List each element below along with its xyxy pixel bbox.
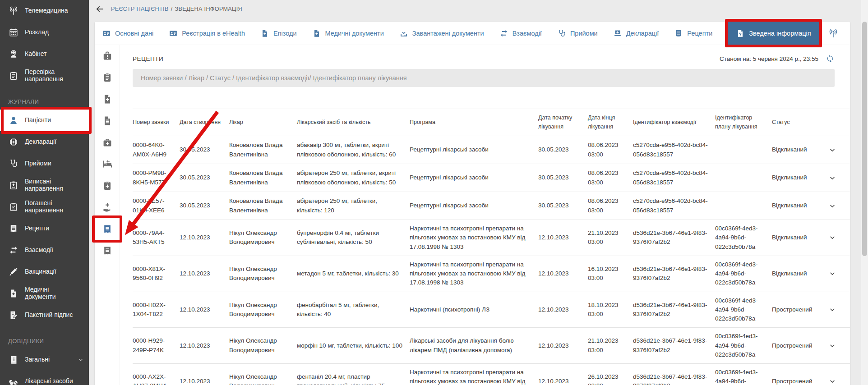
- tab-label: Прийоми: [570, 30, 598, 37]
- tabs: Основні даніРеєстрація в eHealthЕпізодиМ…: [102, 22, 819, 45]
- antenna-icon[interactable]: [828, 28, 838, 38]
- sidebar-item-schedule[interactable]: Розклад: [0, 22, 89, 43]
- column-header: Ідентифікатор взаємодії: [633, 114, 715, 131]
- sidebar-item-label: Розклад: [25, 29, 49, 36]
- tab-prescriptions[interactable]: Рецепти: [674, 22, 712, 45]
- sidebar-item-cabinet[interactable]: Кабінет: [0, 43, 89, 65]
- sidebar-item-patients[interactable]: Пацієнти: [0, 110, 89, 131]
- sidebar-item-batch-signature[interactable]: Пакетний підпис: [0, 304, 89, 326]
- sidebar-item-label: Вакцинації: [25, 268, 56, 275]
- sidebar-item-vaccinations[interactable]: Вакцинації: [0, 261, 89, 283]
- filter-input[interactable]: [133, 69, 835, 87]
- tab-ehealth-registration[interactable]: Реєстрація в eHealth: [169, 22, 245, 45]
- cell-treatment_plan_id: 00c0369f-4ed3-4a94-9b6d-022c3d50b78a: [715, 328, 772, 363]
- rail-item-clipboard-plus[interactable]: [95, 175, 120, 197]
- signature-icon: [8, 310, 19, 320]
- row-expand-button[interactable]: [825, 229, 847, 246]
- rail-item-bag-alert[interactable]: [95, 45, 120, 67]
- rail-item-file-plus[interactable]: [95, 88, 120, 110]
- content-area: РЕЄСТР ПАЦІЄНТІВ / ЗВЕДЕНА ІНФОРМАЦІЯ Ос…: [89, 0, 868, 385]
- tab-uploaded-documents[interactable]: Завантажені документи: [399, 22, 484, 45]
- refresh-icon[interactable]: [826, 54, 835, 63]
- vertical-scrollbar[interactable]: [861, 0, 868, 385]
- sidebar-item-issued-referrals[interactable]: Виписані направлення: [0, 174, 89, 196]
- prescriptions-table: Номер заявкиДата створенняЛікарЛікарськи…: [133, 109, 850, 385]
- cell-start_date: 12.10.2023: [538, 265, 588, 282]
- cell-program: Рецептурні лікарські засоби: [410, 169, 538, 186]
- rail-item-file-lines[interactable]: [95, 110, 120, 132]
- sidebar-item-medical-documents[interactable]: Медичні документи: [0, 283, 89, 304]
- cell-end_date: 18.10.2023 03:00: [588, 297, 633, 323]
- tab-medical-documents[interactable]: Медичні документи: [312, 22, 384, 45]
- breadcrumb: РЕЄСТР ПАЦІЄНТІВ / ЗВЕДЕНА ІНФОРМАЦІЯ: [95, 0, 242, 18]
- sidebar-item-declarations[interactable]: Декларації: [0, 131, 89, 153]
- breadcrumb-root[interactable]: РЕЄСТР ПАЦІЄНТІВ: [111, 6, 169, 12]
- tab-declarations[interactable]: Декларації: [613, 22, 659, 45]
- cell-status: Відкликаний: [772, 169, 825, 186]
- cell-start_date: 12.10.2023: [538, 373, 588, 385]
- table-row: 0000-79A4-53H5-AKT512.10.2023Нікул Олекс…: [133, 220, 850, 256]
- cell-drug: бупренорфін 0.4 мг, таблетки сублінгваль…: [297, 225, 410, 251]
- rail-item-clipboard[interactable]: [95, 67, 120, 88]
- row-expand-button[interactable]: [825, 338, 847, 354]
- cell-start_date: 30.05.2023: [538, 197, 588, 214]
- cell-interaction_id: d536d21e-3b67-46e1-9f83-9376f07af2b2: [633, 297, 715, 323]
- cell-end_date: 16.10.2023 03:00: [588, 261, 633, 287]
- tab-interactions[interactable]: Взаємодії: [499, 22, 542, 45]
- tab-appointments[interactable]: Прийоми: [557, 22, 598, 45]
- table-row: 0000-PM98-8KH5-M57730.05.2023Коновалова …: [133, 164, 850, 192]
- sidebar-item-prescriptions[interactable]: Рецепти: [0, 218, 89, 239]
- table-row: 0000-64K0-AM0X-A6H930.05.2023Коновалова …: [133, 136, 850, 164]
- sidebar-item-referral-check[interactable]: Перевірка направлення: [0, 65, 89, 87]
- cell-end_date: 08.06.2023 03:00: [588, 137, 633, 163]
- tab-summary-info[interactable]: Зведена інформація: [728, 22, 819, 45]
- cell-number: 0000-X81X-9560-0H92: [133, 261, 180, 287]
- cell-created: 30.05.2023: [180, 141, 229, 158]
- rail-item-prescriptions[interactable]: [95, 218, 120, 240]
- tab-label: Основні дані: [115, 30, 153, 37]
- sidebar-item-redeemed-referrals[interactable]: Погашені направлення: [0, 196, 89, 218]
- patient-card: Основні даніРеєстрація в eHealthЕпізодиМ…: [95, 22, 850, 385]
- back-button[interactable]: [95, 4, 105, 14]
- cell-interaction_id: c5270cda-e956-402d-bc84-056d83c18557: [633, 192, 715, 219]
- cell-interaction_id: d536d21e-3b67-46e1-9f83-9376f07af2b2: [633, 332, 715, 359]
- rail-item-medical-bag[interactable]: [95, 132, 120, 153]
- cell-number: 0000-PM98-8KH5-M577: [133, 165, 180, 191]
- cell-program: Наркотичні та психотропні препарати на п…: [410, 256, 538, 292]
- rail-item-prescriptions-alt[interactable]: [95, 240, 120, 261]
- rail-item-hand-plus[interactable]: [95, 197, 120, 218]
- cell-interaction_id: d536d21e-3b67-46e1-9f83-9376f07af2b2: [633, 261, 715, 287]
- cell-start_date: 12.10.2023: [538, 229, 588, 246]
- receipt-icon: [674, 29, 683, 38]
- cell-treatment_plan_id: 00c0369f-4ed3-4a94-9b6d-022c3d50b78a: [715, 220, 772, 256]
- tab-episodes[interactable]: Епізоди: [260, 22, 297, 45]
- scrollbar-thumb[interactable]: [862, 22, 867, 256]
- rail-item-hospital-bed[interactable]: [95, 153, 120, 175]
- sidebar-item-telemedicine[interactable]: Телемедицина: [0, 0, 89, 22]
- sidebar-item-label: Декларації: [25, 138, 56, 146]
- receipt-icon: [102, 245, 113, 256]
- row-expand-button[interactable]: [825, 266, 847, 282]
- breadcrumb-separator: /: [171, 6, 173, 12]
- cell-number: 0000-79A4-53H5-AKT5: [133, 225, 180, 251]
- cell-treatment_plan_id: 00c0369f-4ed3-4a94-9b6d-022c3d50b78a: [715, 256, 772, 292]
- book-icon: [8, 355, 19, 365]
- sidebar-item-appointments[interactable]: Прийоми: [0, 153, 89, 174]
- sidebar-item-interactions[interactable]: Взаємодії: [0, 239, 89, 261]
- row-expand-button[interactable]: [825, 170, 847, 186]
- tab-label: Взаємодії: [512, 30, 542, 37]
- row-expand-button[interactable]: [825, 142, 847, 158]
- cell-doctor: Нікул Олександр Володимирович: [229, 332, 297, 359]
- pills-icon: [8, 376, 19, 385]
- tab-main-data[interactable]: Основні дані: [102, 22, 153, 45]
- sidebar-item-label: Взаємодії: [25, 247, 53, 254]
- sidebar-item-medicines[interactable]: Лікарські засоби: [0, 371, 89, 385]
- tab-label: Завантажені документи: [412, 30, 484, 37]
- row-expand-button[interactable]: [825, 198, 847, 214]
- table-row: 0000-8E57-01K0-XEE630.05.2023Коновалова …: [133, 192, 850, 220]
- sidebar-item-general[interactable]: Загальні: [0, 349, 89, 371]
- row-expand-button[interactable]: [825, 302, 847, 318]
- referral-out-icon: [8, 180, 19, 190]
- row-expand-button[interactable]: [825, 373, 847, 385]
- cell-start_date: 30.05.2023: [538, 141, 588, 158]
